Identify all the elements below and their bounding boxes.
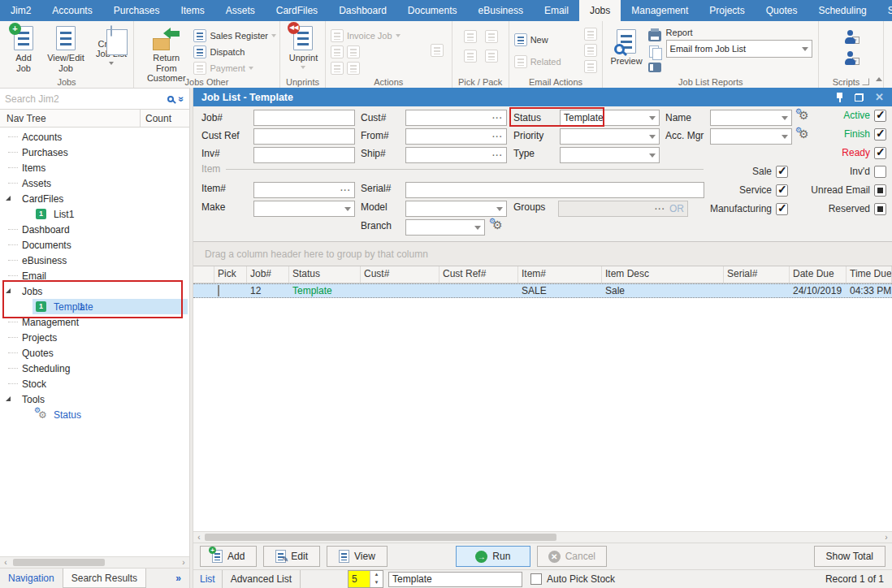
email-forward-icon[interactable] bbox=[584, 60, 597, 73]
tab-advanced-list[interactable]: Advanced List bbox=[222, 570, 301, 588]
sidebar-item-cardfiles[interactable]: CardFiles bbox=[0, 191, 189, 206]
expander-icon[interactable] bbox=[6, 288, 11, 293]
menu-tab-assets[interactable]: Assets bbox=[215, 0, 266, 21]
reject-job-icon[interactable] bbox=[347, 45, 360, 58]
tab-list[interactable]: List bbox=[193, 573, 222, 585]
sidebar-item-management[interactable]: Management bbox=[0, 314, 189, 330]
search-input[interactable] bbox=[5, 93, 162, 105]
menu-tab-stock[interactable]: Stock bbox=[877, 0, 892, 21]
search-icon[interactable] bbox=[167, 96, 174, 102]
scroll-left-icon[interactable]: ‹ bbox=[0, 557, 11, 569]
copy-job-icon[interactable] bbox=[431, 44, 444, 57]
name-select[interactable] bbox=[710, 110, 792, 126]
groups-input[interactable]: ··· OR bbox=[558, 201, 688, 217]
pick-all-icon[interactable] bbox=[485, 30, 498, 43]
ship-number-input[interactable]: ··· bbox=[405, 147, 507, 163]
script-person-icon[interactable]: × bbox=[845, 30, 860, 44]
grid-header-date-due[interactable]: Date Due bbox=[790, 266, 847, 283]
grid-header-item[interactable]: Item# bbox=[518, 266, 602, 283]
sidebar-item-stock[interactable]: Stock bbox=[0, 376, 189, 391]
grid-header-pick[interactable]: Pick bbox=[214, 266, 247, 283]
from-number-input[interactable]: ··· bbox=[405, 128, 507, 145]
print-report-icon[interactable] bbox=[648, 31, 661, 41]
ellipsis-icon[interactable]: ··· bbox=[655, 205, 665, 214]
priority-select[interactable] bbox=[560, 128, 660, 145]
double-chevron-icon[interactable]: » bbox=[176, 96, 188, 102]
restore-window-icon[interactable] bbox=[855, 93, 864, 102]
item-number-input[interactable]: ··· bbox=[253, 182, 355, 198]
make-select[interactable] bbox=[253, 201, 355, 217]
pack-stock-icon[interactable] bbox=[464, 50, 477, 63]
unprint-button[interactable]: ◀◀ Unprint bbox=[287, 24, 320, 76]
sidebar-item-projects[interactable]: Projects bbox=[0, 330, 189, 345]
grid-header-item-desc[interactable]: Item Desc bbox=[602, 266, 724, 283]
grid-header-cust-ref[interactable]: Cust Ref# bbox=[440, 266, 518, 283]
expander-icon[interactable] bbox=[6, 196, 11, 201]
payment-button[interactable]: Payment bbox=[193, 60, 276, 76]
transfer-job-icon[interactable] bbox=[347, 62, 360, 75]
pin-icon[interactable] bbox=[836, 93, 843, 102]
serial-number-input[interactable] bbox=[405, 182, 704, 198]
sidebar-item-purchases[interactable]: Purchases bbox=[0, 145, 189, 160]
dispatch-button[interactable]: Dispatch bbox=[193, 44, 276, 60]
create-job-list-button[interactable]: Create Job List bbox=[89, 24, 133, 76]
invd-checkbox[interactable] bbox=[874, 166, 886, 178]
sidebar-item-documents[interactable]: Documents bbox=[0, 237, 189, 253]
menu-tab-accounts[interactable]: Accounts bbox=[41, 0, 102, 21]
sales-register-button[interactable]: Sales Register bbox=[193, 28, 276, 44]
menu-tab-cardfiles[interactable]: CardFiles bbox=[266, 0, 328, 21]
ellipsis-icon[interactable]: ··· bbox=[340, 186, 351, 195]
grid-horizontal-scrollbar[interactable]: ‹ › bbox=[193, 531, 892, 543]
ready-checkbox[interactable] bbox=[874, 147, 886, 159]
sidebar-item-items[interactable]: Items bbox=[0, 160, 189, 175]
sidebar-horizontal-scrollbar[interactable]: ‹ › bbox=[0, 556, 189, 568]
branch-gear-icon[interactable] bbox=[489, 218, 505, 234]
tab-navigation[interactable]: Navigation bbox=[0, 569, 63, 588]
return-from-customer-button[interactable]: Return From Customer bbox=[139, 24, 193, 76]
menu-tab-management[interactable]: Management bbox=[621, 0, 699, 21]
sidebar-item-jobs[interactable]: Jobs bbox=[0, 283, 189, 299]
reserved-checkbox[interactable] bbox=[874, 203, 886, 215]
approve-job-icon[interactable] bbox=[331, 45, 344, 58]
invoice-job-button[interactable]: Invoice Job bbox=[331, 28, 401, 44]
sidebar-item-accounts[interactable]: Accounts bbox=[0, 129, 189, 145]
assign-job-icon[interactable] bbox=[331, 62, 344, 75]
menu-tab-scheduling[interactable]: Scheduling bbox=[808, 0, 877, 21]
scripts-launcher-icon[interactable] bbox=[862, 78, 869, 85]
fax-report-icon[interactable] bbox=[648, 63, 661, 72]
cust-ref-input[interactable] bbox=[253, 128, 355, 145]
view-edit-job-button[interactable]: View/Edit Job bbox=[42, 24, 89, 76]
menu-tab-items[interactable]: Items bbox=[170, 0, 214, 21]
scroll-right-icon[interactable]: › bbox=[881, 532, 892, 543]
job-number-input[interactable] bbox=[253, 110, 355, 126]
cancel-button[interactable]: ✕ Cancel bbox=[537, 546, 607, 567]
inv-number-input[interactable] bbox=[253, 147, 355, 163]
finish-checkbox[interactable] bbox=[874, 128, 886, 141]
sidebar-item-list1[interactable]: List1 bbox=[0, 206, 189, 222]
script-person-icon-2[interactable]: × bbox=[845, 51, 860, 65]
add-job-button[interactable]: + Add Job bbox=[5, 24, 42, 76]
group-by-bar[interactable]: Drag a column header here to group by th… bbox=[193, 242, 892, 266]
stepper-down-icon[interactable]: ▼ bbox=[370, 579, 383, 587]
ellipsis-icon[interactable]: ··· bbox=[492, 151, 503, 160]
menu-tab-purchases[interactable]: Purchases bbox=[103, 0, 171, 21]
add-button[interactable]: + Add bbox=[200, 546, 257, 567]
list-size-stepper[interactable]: 5 ▲▼ bbox=[348, 570, 383, 588]
tree-header-navtree[interactable]: Nav Tree bbox=[0, 110, 141, 127]
show-total-button[interactable]: Show Total bbox=[814, 546, 886, 567]
sidebar-item-scheduling[interactable]: Scheduling bbox=[0, 361, 189, 376]
scroll-left-icon[interactable]: ‹ bbox=[193, 532, 205, 543]
manufacturing-checkbox[interactable] bbox=[776, 203, 788, 215]
grid-header-job[interactable]: Job# bbox=[247, 266, 289, 283]
copy-report-icon[interactable] bbox=[648, 45, 661, 58]
email-reply-icon[interactable] bbox=[584, 28, 597, 41]
grid-header-status[interactable]: Status bbox=[289, 266, 361, 283]
pick-checkbox[interactable] bbox=[218, 285, 219, 296]
email-new-button[interactable]: New bbox=[514, 31, 561, 48]
expander-icon[interactable] bbox=[6, 396, 11, 401]
grid-header-time-due[interactable]: Time Due bbox=[847, 266, 892, 283]
sidebar-item-assets[interactable]: Assets bbox=[0, 175, 189, 191]
email-related-button[interactable]: Related bbox=[514, 53, 561, 70]
menu-tab-jim2[interactable]: Jim2 bbox=[0, 0, 41, 21]
sale-checkbox[interactable] bbox=[776, 166, 788, 178]
